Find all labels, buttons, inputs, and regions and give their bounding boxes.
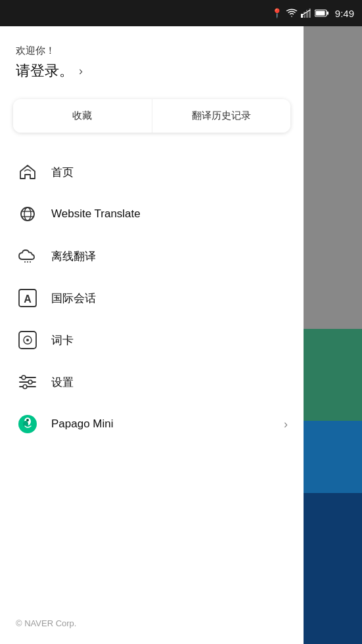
battery-icon bbox=[315, 9, 329, 17]
svg-point-9 bbox=[21, 207, 34, 221]
wifi-icon bbox=[286, 9, 298, 18]
svg-rect-7 bbox=[327, 12, 328, 15]
status-bar: 📍 9:49 bbox=[0, 0, 362, 26]
signal-icon bbox=[301, 9, 311, 18]
menu-item-offline-translate[interactable]: 离线翻译 bbox=[0, 235, 304, 277]
footer-text: © NAVER Corp. bbox=[16, 618, 76, 628]
sidebar-gray bbox=[303, 26, 362, 329]
menu-item-website-translate[interactable]: Website Translate bbox=[0, 193, 304, 235]
menu-item-conversation[interactable]: A 国际会话 bbox=[0, 277, 304, 319]
welcome-text: 欢迎你！ bbox=[16, 45, 288, 57]
menu-label-wordcard: 词卡 bbox=[51, 333, 288, 348]
svg-point-24 bbox=[23, 385, 27, 389]
header-section: 欢迎你！ 请登录。 › bbox=[0, 26, 304, 94]
menu-label-offline-translate: 离线翻译 bbox=[51, 249, 288, 264]
login-row[interactable]: 请登录。 › bbox=[16, 61, 288, 81]
menu-item-settings[interactable]: 设置 bbox=[0, 361, 304, 403]
letter-a-icon: A bbox=[16, 286, 39, 310]
main-panel: 欢迎你！ 请登录。 › 收藏 翻译历史记录 首页 bbox=[0, 26, 304, 644]
location-icon: 📍 bbox=[271, 8, 283, 18]
home-icon bbox=[16, 160, 39, 184]
right-sidebar bbox=[303, 26, 362, 644]
wordcard-icon bbox=[16, 328, 39, 352]
menu-item-wordcard[interactable]: 词卡 bbox=[0, 319, 304, 361]
menu-label-website-translate: Website Translate bbox=[51, 207, 288, 221]
tabs-container: 收藏 翻译历史记录 bbox=[13, 99, 290, 133]
svg-rect-8 bbox=[315, 11, 325, 16]
papago-mini-arrow-icon: › bbox=[284, 418, 288, 431]
sidebar-blue-dark bbox=[303, 493, 362, 644]
menu-item-papago-mini[interactable]: Papago Mini › bbox=[0, 403, 304, 445]
papago-icon bbox=[16, 412, 39, 436]
svg-point-23 bbox=[28, 380, 32, 384]
cloud-icon bbox=[16, 244, 39, 268]
tab-history[interactable]: 翻译历史记录 bbox=[152, 99, 291, 133]
menu-item-home[interactable]: 首页 bbox=[0, 151, 304, 193]
status-time: 9:49 bbox=[335, 8, 354, 19]
tab-favorites[interactable]: 收藏 bbox=[13, 99, 152, 133]
menu-label-home: 首页 bbox=[51, 165, 288, 180]
svg-point-22 bbox=[22, 376, 26, 379]
globe-icon bbox=[16, 202, 39, 226]
menu-list: 首页 Website Translate bbox=[0, 148, 304, 608]
sidebar-green bbox=[303, 329, 362, 421]
svg-point-18 bbox=[26, 339, 29, 341]
login-text: 请登录。 bbox=[16, 61, 74, 81]
svg-text:A: A bbox=[24, 293, 32, 305]
svg-point-28 bbox=[26, 419, 29, 421]
status-icons: 📍 9:49 bbox=[271, 8, 354, 19]
sidebar-blue-mid bbox=[303, 421, 362, 493]
menu-label-papago-mini: Papago Mini bbox=[51, 418, 272, 431]
menu-label-settings: 设置 bbox=[51, 375, 288, 390]
svg-point-10 bbox=[24, 207, 31, 221]
login-arrow-icon: › bbox=[79, 64, 83, 78]
sliders-icon bbox=[16, 370, 39, 394]
menu-label-conversation: 国际会话 bbox=[51, 291, 288, 306]
footer: © NAVER Corp. bbox=[0, 608, 304, 644]
